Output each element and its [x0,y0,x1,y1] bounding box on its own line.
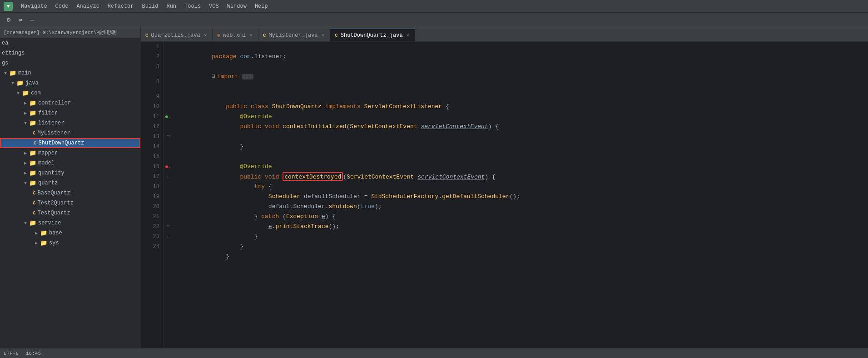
tab-label: QuarzUtils.java [151,32,200,39]
tab-close-icon[interactable]: ✕ [248,32,253,38]
menu-window[interactable]: Window [223,2,250,10]
line-col: 16:45 [26,351,41,356]
code-line-18: Scheduler defaultScheduler = StdSchedule… [176,182,864,192]
sidebar-item-testquartz[interactable]: C TestQuartz [0,208,140,218]
code-line-3: ⊟import ... [176,62,864,72]
tab-webxml[interactable]: ⊕ web.xml ✕ [213,29,258,41]
sidebar-item-quartz[interactable]: ▼ 📁 quartz [0,178,140,188]
sidebar-item-mapper[interactable]: ▶ 📁 mapper [0,148,140,158]
sidebar-item-shutdownquartz[interactable]: C ShutDownQuartz [0,138,140,148]
tab-label: MyListener.java [269,32,318,39]
class-file-icon: C [33,130,36,136]
menu-tools[interactable]: Tools [181,2,204,10]
app-icon: ▼ [4,2,13,11]
toolbar-split-icon[interactable]: ⇌ [15,15,25,25]
editor-area[interactable]: 1 2 3 8 9 10 11 12 13 14 15 16 17 18 19 … [141,42,868,348]
arrow-icon: ▼ [22,121,29,126]
arrow-icon: ▼ [9,81,16,86]
tab-quarzutils[interactable]: C QuarzUtils.java ✕ [141,29,213,41]
menu-help[interactable]: Help [251,2,272,10]
sidebar: [oneManageM] G:\SoarwayProject\福州勘测 ea e… [0,27,141,348]
sidebar-item-controller[interactable]: ▶ 📁 controller [0,98,140,108]
sidebar-item-test2quartz[interactable]: C Test2Quartz [0,198,140,208]
code-line-gap [176,72,864,92]
code-line-9: public class ShutDownQuartz implements S… [176,92,864,102]
sidebar-item-sys[interactable]: ▶ 📁 sys [0,238,140,248]
menu-run[interactable]: Run [163,2,180,10]
arrow-icon: ▶ [22,110,29,116]
folder-icon: 📁 [29,119,36,127]
menu-navigate[interactable]: Navigate [17,2,51,10]
folder-icon: 📁 [29,179,36,187]
folder-icon: 📁 [16,80,24,87]
arrow-icon: ▶ [22,170,29,176]
sidebar-item-ea[interactable]: ea [0,38,140,48]
code-line-13: } [176,132,864,142]
sidebar-item-quantity[interactable]: ▶ 📁 quantity [0,168,140,178]
tab-label: ShutDownQuartz.java [341,32,403,39]
gutter: ●↓ □ ●↓ ↓ □ ↓ [164,42,173,348]
tab-shutdownquartz[interactable]: C ShutDownQuartz.java ✕ [330,29,415,41]
tab-icon: C [145,33,149,38]
code-content: package com.listener; ⊟import ... public… [173,42,868,348]
line-numbers: 1 2 3 8 9 10 11 12 13 14 15 16 17 18 19 … [141,42,164,348]
code-line-23: } [176,232,864,242]
toolbar-minimize-icon[interactable]: — [27,15,37,25]
arrow-icon: ▼ [22,221,29,226]
arrow-icon: ▼ [2,71,9,76]
arrow-icon: ▶ [22,100,29,106]
sidebar-item-main[interactable]: ▼ 📁 main [0,68,140,78]
folder-icon: 📁 [29,109,36,117]
code-line-24: } [176,242,864,252]
class-file-icon: C [34,140,37,146]
sidebar-item-mylistener[interactable]: C MyListener [0,128,140,138]
folder-icon: 📁 [29,159,36,167]
arrow-icon: ▶ [22,160,29,166]
menu-build[interactable]: Build [138,2,162,10]
menu-refactor[interactable]: Refactor [104,2,138,10]
tab-close-icon[interactable]: ✕ [406,32,411,38]
code-line-14 [176,142,864,152]
sidebar-item-gs[interactable]: gs [0,58,140,68]
arrow-icon: ▶ [33,240,40,246]
project-path: [oneManageM] G:\SoarwayProject\福州勘测 [0,27,140,38]
tab-icon: C [335,33,338,38]
sidebar-item-basequartz[interactable]: C BaseQuartz [0,188,140,198]
menu-vcs[interactable]: VCS [205,2,223,10]
sidebar-item-java[interactable]: ▼ 📁 java [0,78,140,88]
sidebar-item-model[interactable]: ▶ 📁 model [0,158,140,168]
status-text: UTF-8 [4,351,19,356]
folder-icon: 📁 [29,99,36,107]
folder-icon: 📁 [40,239,47,247]
menu-analyze[interactable]: Analyze [73,2,103,10]
menu-code[interactable]: Code [52,2,72,10]
sidebar-item-settings[interactable]: ettings [0,48,140,58]
tab-close-icon[interactable]: ✕ [203,32,208,38]
editor-panel: C QuarzUtils.java ✕ ⊕ web.xml ✕ C MyList… [141,27,868,348]
folder-icon: 📁 [22,90,29,97]
class-file-icon: C [33,200,36,206]
tab-icon: C [263,33,266,38]
status-bar: UTF-8 16:45 [0,348,868,358]
main-layout: [oneManageM] G:\SoarwayProject\福州勘测 ea e… [0,27,868,348]
folder-icon: 📁 [40,229,47,237]
code-line-16: public void contextDestroyed(ServletCont… [176,162,864,172]
sidebar-item-listener[interactable]: ▼ 📁 listener [0,118,140,128]
tab-close-icon[interactable]: ✕ [321,32,326,38]
sidebar-item-service[interactable]: ▼ 📁 service [0,218,140,228]
toolbar-settings-icon[interactable]: ⚙ [4,15,14,25]
sidebar-item-com[interactable]: ▼ 📁 com [0,88,140,98]
sidebar-item-base[interactable]: ▶ 📁 base [0,228,140,238]
sidebar-item-filter[interactable]: ▶ 📁 filter [0,108,140,118]
arrow-icon: ▶ [22,150,29,156]
tabs-bar: C QuarzUtils.java ✕ ⊕ web.xml ✕ C MyList… [141,27,868,42]
tab-mylistener[interactable]: C MyListener.java ✕ [258,29,330,41]
folder-icon: 📁 [29,169,36,177]
class-file-icon: C [33,210,36,216]
folder-icon: 📁 [29,149,36,157]
class-file-icon: C [33,190,36,196]
code-line-1: package com.listener; [176,42,864,52]
arrow-icon: ▼ [15,91,22,96]
folder-icon: 📁 [9,70,16,77]
arrow-icon: ▶ [33,230,40,236]
